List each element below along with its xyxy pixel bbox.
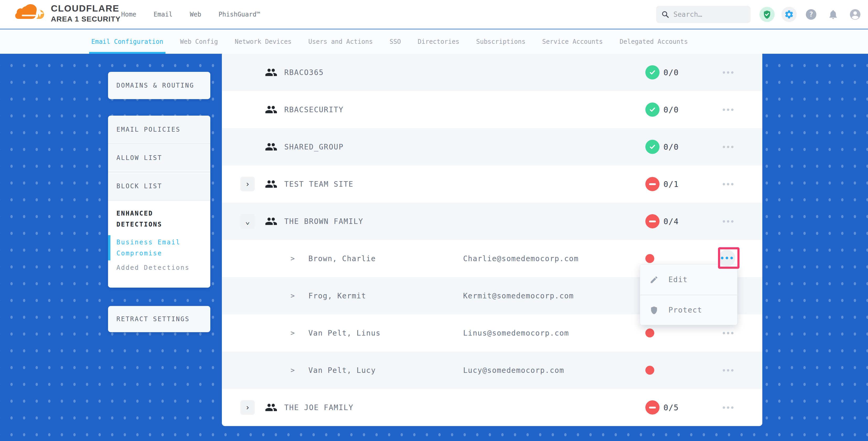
user-row-marker: > bbox=[290, 314, 295, 352]
group-name: RBACO365 bbox=[284, 54, 324, 91]
table-row[interactable]: SHARED_GROUP 0/0 bbox=[222, 128, 762, 165]
svg-text:?: ? bbox=[809, 10, 813, 18]
app-header: CLOUDFLARE AREA 1 SECURITY Home Email We… bbox=[0, 0, 868, 29]
group-icon bbox=[265, 215, 277, 228]
bell-icon bbox=[828, 9, 839, 20]
cloudflare-cloud-icon bbox=[15, 2, 49, 25]
row-actions-button[interactable] bbox=[719, 203, 737, 240]
table-row[interactable]: RBACO365 0/0 bbox=[222, 54, 762, 91]
user-name: Brown, Charlie bbox=[308, 240, 376, 277]
status-red-dot bbox=[645, 366, 654, 375]
status-ok-icon bbox=[645, 65, 659, 80]
chevron-down-icon: ⌄ bbox=[245, 217, 250, 225]
group-icon bbox=[265, 103, 277, 116]
account-button[interactable] bbox=[847, 7, 863, 22]
shield-icon bbox=[650, 306, 658, 315]
tab-users-and-actions[interactable]: Users and Actions bbox=[308, 29, 373, 54]
tab-bar: Email Configuration Web Config Network D… bbox=[0, 29, 868, 54]
active-item-bar bbox=[108, 235, 111, 260]
status-blocked-icon bbox=[645, 400, 659, 414]
help-button[interactable]: ? bbox=[804, 7, 819, 22]
top-nav: Home Email Web PhishGuard™ bbox=[121, 0, 260, 29]
row-actions-button[interactable] bbox=[719, 91, 737, 128]
tab-subscriptions[interactable]: Subscriptions bbox=[476, 29, 526, 54]
user-name: Van Pelt, Lucy bbox=[308, 352, 376, 389]
tab-delegated-accounts[interactable]: Delegated Accounts bbox=[620, 29, 688, 54]
nav-phishguard[interactable]: PhishGuard™ bbox=[218, 11, 260, 18]
group-name: TEST TEAM SITE bbox=[284, 165, 353, 203]
user-row-marker: > bbox=[290, 240, 295, 277]
table-row[interactable]: RBACSECURITY 0/0 bbox=[222, 91, 762, 128]
tab-service-accounts[interactable]: Service Accounts bbox=[542, 29, 603, 54]
tab-email-configuration[interactable]: Email Configuration bbox=[91, 29, 163, 54]
search-input[interactable] bbox=[674, 10, 742, 18]
sidebar-item-allow-list[interactable]: ALLOW LIST bbox=[108, 144, 210, 172]
nav-email[interactable]: Email bbox=[154, 11, 173, 18]
sidebar-item-added-detections[interactable]: Added Detections bbox=[117, 264, 202, 271]
tab-web-config[interactable]: Web Config bbox=[180, 29, 218, 54]
protection-status-button[interactable] bbox=[760, 7, 775, 22]
status-red-dot bbox=[645, 254, 654, 263]
notifications-button[interactable] bbox=[826, 7, 841, 22]
menu-item-protect[interactable]: Protect bbox=[640, 295, 737, 325]
user-row-marker: > bbox=[290, 277, 295, 314]
header-icons: ? bbox=[760, 0, 863, 29]
group-icon bbox=[265, 66, 277, 78]
brand-name: CLOUDFLARE bbox=[51, 2, 121, 15]
row-actions-button[interactable] bbox=[719, 128, 737, 165]
table-row[interactable]: › TEST TEAM SITE 0/1 bbox=[222, 165, 762, 203]
status-red-dot bbox=[645, 328, 654, 338]
user-email: Linus@somedemocorp.com bbox=[463, 314, 569, 352]
retract-settings-card[interactable]: RETRACT SETTINGS bbox=[108, 306, 210, 332]
member-count: 0/5 bbox=[663, 389, 679, 426]
member-count: 0/0 bbox=[663, 54, 679, 91]
cloudflare-logo: CLOUDFLARE AREA 1 SECURITY bbox=[15, 2, 121, 25]
sidebar-item-retract-settings[interactable]: RETRACT SETTINGS bbox=[108, 306, 210, 332]
status-blocked-icon bbox=[645, 177, 659, 191]
member-count: 0/0 bbox=[663, 128, 679, 165]
gear-icon bbox=[784, 9, 794, 20]
user-email: Charlie@somedemocorp.com bbox=[463, 240, 579, 277]
expand-button[interactable]: › bbox=[240, 400, 255, 415]
user-row-marker: > bbox=[290, 352, 295, 389]
sidebar-item-email-policies[interactable]: EMAIL POLICIES bbox=[108, 116, 210, 144]
table-row[interactable]: › THE JOE FAMILY 0/5 bbox=[222, 389, 762, 426]
row-actions-button-active[interactable] bbox=[718, 250, 735, 266]
table-row[interactable]: > Van Pelt, Lucy Lucy@somedemocorp.com bbox=[222, 352, 762, 389]
sidebar-item-domains-routing[interactable]: DOMAINS & ROUTING bbox=[108, 72, 210, 99]
settings-button[interactable] bbox=[781, 7, 797, 22]
nav-home[interactable]: Home bbox=[121, 11, 136, 18]
enhanced-detections-heading[interactable]: ENHANCED DETECTIONS bbox=[117, 208, 203, 230]
row-actions-button[interactable] bbox=[719, 54, 737, 91]
avatar-icon bbox=[849, 8, 862, 21]
group-name: THE BROWN FAMILY bbox=[284, 203, 364, 240]
row-actions-button[interactable] bbox=[719, 389, 737, 426]
member-count: 0/1 bbox=[663, 165, 679, 203]
row-actions-menu: Edit Protect bbox=[640, 264, 737, 325]
user-email: Lucy@somedemocorp.com bbox=[463, 352, 564, 389]
collapse-button[interactable]: ⌄ bbox=[240, 214, 255, 229]
user-email: Kermit@somedemocorp.com bbox=[463, 277, 574, 314]
pencil-icon bbox=[650, 275, 658, 284]
search-icon bbox=[661, 10, 669, 18]
table-row[interactable]: ⌄ THE BROWN FAMILY 0/4 bbox=[222, 203, 762, 240]
expand-button[interactable]: › bbox=[240, 177, 255, 191]
tab-network-devices[interactable]: Network Devices bbox=[235, 29, 291, 54]
sidebar-item-business-email-compromise[interactable]: Business Email Compromise bbox=[117, 237, 202, 259]
user-name: Frog, Kermit bbox=[308, 277, 366, 314]
chevron-right-icon: › bbox=[245, 180, 250, 188]
status-ok-icon bbox=[645, 102, 659, 117]
row-actions-button[interactable] bbox=[719, 352, 737, 389]
status-blocked-icon bbox=[645, 214, 659, 228]
domains-routing-card[interactable]: DOMAINS & ROUTING bbox=[108, 72, 210, 99]
row-actions-button[interactable] bbox=[719, 165, 737, 203]
member-count: 0/0 bbox=[663, 91, 679, 128]
sidebar-item-block-list[interactable]: BLOCK LIST bbox=[108, 172, 210, 200]
menu-item-edit[interactable]: Edit bbox=[640, 264, 737, 295]
tab-sso[interactable]: SSO bbox=[390, 29, 401, 54]
tab-directories[interactable]: Directories bbox=[418, 29, 459, 54]
search-box[interactable] bbox=[656, 6, 750, 23]
group-icon bbox=[265, 401, 277, 414]
nav-web[interactable]: Web bbox=[190, 11, 201, 18]
email-policies-card: EMAIL POLICIES ALLOW LIST BLOCK LIST ENH… bbox=[108, 116, 210, 288]
